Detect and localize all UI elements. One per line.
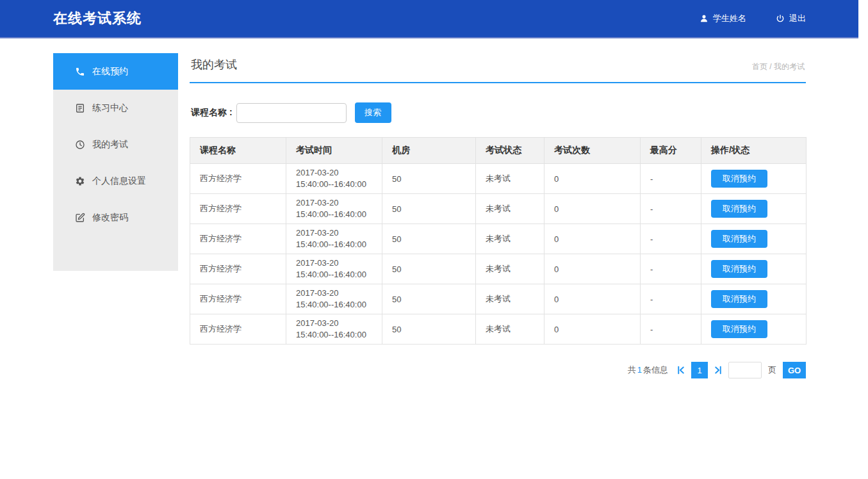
power-icon (776, 14, 785, 23)
sidebar-item-label: 修改密码 (92, 212, 128, 223)
action-cell: 取消预约 (701, 284, 807, 314)
exam-time-cell: 2017-03-2015:40:00--16:40:00 (286, 224, 382, 254)
main-layout: 在线预约练习中心我的考试个人信息设置修改密码 我的考试 首页 / 我的考试 课程… (53, 53, 806, 378)
sidebar-item-label: 练习中心 (92, 102, 128, 114)
exam-date: 2017-03-20 (296, 227, 375, 239)
user-menu[interactable]: 学生姓名 (700, 13, 746, 24)
page: 在线考试系统 学生姓名 退出 在线预约练习中心我的考试个人信息设置修改密码 (0, 0, 858, 378)
user-name: 学生姓名 (713, 13, 746, 24)
exam-status-cell: 未考试 (476, 194, 545, 224)
action-cell: 取消预约 (701, 164, 807, 194)
table-row: 西方经济学2017-03-2015:40:00--16:40:0050未考试0-… (190, 254, 807, 284)
table-row: 西方经济学2017-03-2015:40:00--16:40:0050未考试0-… (190, 314, 807, 345)
page-title: 我的考试 (191, 57, 237, 72)
app-header: 在线考试系统 学生姓名 退出 (0, 0, 858, 38)
sidebar-item-practice-center[interactable]: 练习中心 (53, 90, 178, 126)
page-head: 我的考试 首页 / 我的考试 (190, 53, 806, 83)
page-number-input[interactable] (728, 362, 762, 378)
table-row: 西方经济学2017-03-2015:40:00--16:40:0050未考试0-… (190, 284, 807, 314)
exam-date: 2017-03-20 (296, 197, 375, 209)
room-cell: 50 (382, 254, 476, 284)
sidebar-item-my-exams[interactable]: 我的考试 (53, 126, 178, 163)
attempts-cell: 0 (545, 194, 641, 224)
edit-icon (75, 213, 85, 223)
attempts-cell: 0 (545, 164, 641, 194)
exam-time-cell: 2017-03-2015:40:00--16:40:00 (286, 164, 382, 194)
exam-status-cell: 未考试 (476, 254, 545, 284)
best-score-cell: - (641, 194, 701, 224)
current-page-button[interactable]: 1 (691, 362, 708, 378)
logout-label: 退出 (789, 13, 806, 24)
column-header: 考试状态 (476, 138, 545, 164)
course-name-label: 课程名称 : (191, 107, 233, 118)
table-row: 西方经济学2017-03-2015:40:00--16:40:0050未考试0-… (190, 194, 807, 224)
header-actions: 学生姓名 退出 (700, 13, 806, 24)
pagination-total: 共1条信息 (628, 364, 668, 376)
exam-time-cell: 2017-03-2015:40:00--16:40:00 (286, 194, 382, 224)
sidebar-item-label: 我的考试 (92, 139, 128, 150)
attempts-cell: 0 (545, 224, 641, 254)
column-header: 课程名称 (190, 138, 286, 164)
best-score-cell: - (641, 254, 701, 284)
go-button[interactable]: GO (783, 362, 806, 378)
sidebar-item-label: 在线预约 (92, 66, 128, 77)
search-bar: 课程名称 : 搜索 (190, 102, 806, 123)
user-icon (700, 14, 708, 23)
table-row: 西方经济学2017-03-2015:40:00--16:40:0050未考试0-… (190, 164, 807, 194)
cancel-booking-button[interactable]: 取消预约 (711, 200, 767, 218)
sidebar-item-online-booking[interactable]: 在线预约 (53, 53, 178, 90)
page-unit-label: 页 (768, 364, 776, 376)
exam-status-cell: 未考试 (476, 284, 545, 314)
action-cell: 取消预约 (701, 194, 807, 224)
cancel-booking-button[interactable]: 取消预约 (711, 170, 767, 188)
pagination-total-prefix: 共 (628, 365, 636, 375)
room-cell: 50 (382, 284, 476, 314)
gear-icon (75, 176, 85, 186)
course-name-cell: 西方经济学 (190, 224, 286, 254)
cancel-booking-button[interactable]: 取消预约 (711, 290, 767, 308)
exam-time-cell: 2017-03-2015:40:00--16:40:00 (286, 284, 382, 314)
logout-button[interactable]: 退出 (776, 13, 806, 24)
first-page-icon[interactable] (675, 364, 687, 376)
course-name-cell: 西方经济学 (190, 284, 286, 314)
exam-time-cell: 2017-03-2015:40:00--16:40:00 (286, 314, 382, 345)
last-page-icon[interactable] (712, 364, 724, 376)
exam-status-cell: 未考试 (476, 314, 545, 345)
table-header-row: 课程名称考试时间机房考试状态考试次数最高分操作/状态 (190, 138, 807, 164)
column-header: 最高分 (641, 138, 701, 164)
exam-date: 2017-03-20 (296, 257, 375, 269)
exam-time-range: 15:40:00--16:40:00 (296, 209, 375, 220)
column-header: 操作/状态 (701, 138, 807, 164)
book-icon (75, 103, 85, 113)
best-score-cell: - (641, 284, 701, 314)
app-header-inner: 在线考试系统 学生姓名 退出 (53, 0, 806, 37)
course-name-cell: 西方经济学 (190, 164, 286, 194)
sidebar-item-label: 个人信息设置 (92, 175, 146, 187)
exam-time-range: 15:40:00--16:40:00 (296, 239, 375, 250)
cancel-booking-button[interactable]: 取消预约 (711, 320, 767, 338)
action-cell: 取消预约 (701, 224, 807, 254)
attempts-cell: 0 (545, 254, 641, 284)
cancel-booking-button[interactable]: 取消预约 (711, 260, 767, 278)
sidebar: 在线预约练习中心我的考试个人信息设置修改密码 (53, 53, 178, 271)
exam-time-cell: 2017-03-2015:40:00--16:40:00 (286, 254, 382, 284)
search-button[interactable]: 搜索 (355, 102, 391, 123)
exam-status-cell: 未考试 (476, 164, 545, 194)
course-name-input[interactable] (236, 103, 347, 123)
cancel-booking-button[interactable]: 取消预约 (711, 230, 767, 248)
room-cell: 50 (382, 224, 476, 254)
room-cell: 50 (382, 314, 476, 345)
pagination-total-count: 1 (636, 365, 643, 375)
room-cell: 50 (382, 194, 476, 224)
app-title: 在线考试系统 (53, 9, 142, 28)
pagination-total-suffix: 条信息 (643, 365, 668, 375)
sidebar-item-change-password[interactable]: 修改密码 (53, 199, 178, 236)
exam-date: 2017-03-20 (296, 318, 375, 329)
exam-time-range: 15:40:00--16:40:00 (296, 299, 375, 311)
column-header: 机房 (382, 138, 476, 164)
exam-status-cell: 未考试 (476, 224, 545, 254)
exam-time-range: 15:40:00--16:40:00 (296, 269, 375, 280)
column-header: 考试次数 (545, 138, 641, 164)
exam-time-range: 15:40:00--16:40:00 (296, 329, 375, 341)
sidebar-item-profile-settings[interactable]: 个人信息设置 (53, 163, 178, 199)
